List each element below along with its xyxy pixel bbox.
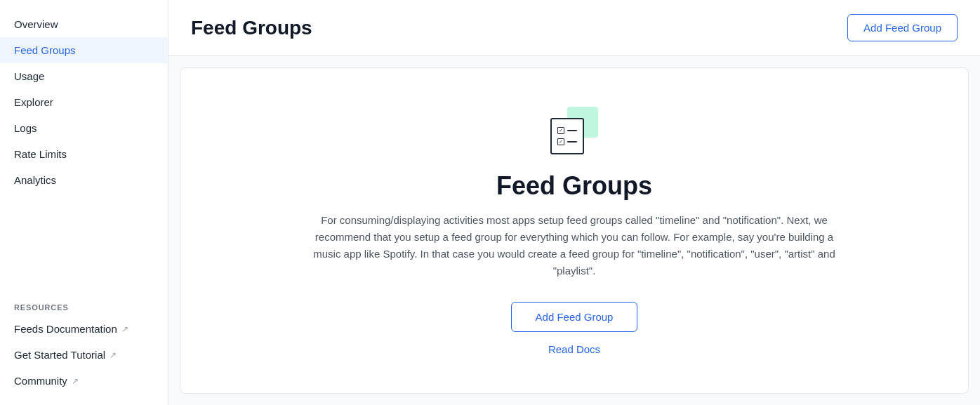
sidebar-item-community[interactable]: Community ↗	[0, 368, 168, 394]
sidebar-item-label: Logs	[14, 122, 37, 134]
sidebar-item-feed-groups[interactable]: Feed Groups	[0, 37, 168, 63]
add-feed-group-header-button[interactable]: Add Feed Group	[847, 14, 958, 41]
feed-groups-icon: ✓ ✓	[550, 107, 598, 154]
external-link-icon: ↗	[110, 350, 117, 360]
page-header: Feed Groups Add Feed Group	[168, 0, 980, 56]
add-feed-group-main-button[interactable]: Add Feed Group	[511, 302, 637, 332]
sidebar-item-label: Rate Limits	[14, 148, 67, 160]
page-title: Feed Groups	[191, 17, 312, 39]
sidebar-item-logs[interactable]: Logs	[0, 115, 168, 141]
sidebar-item-label: Feed Groups	[14, 44, 76, 56]
check-line-1	[567, 130, 577, 131]
sidebar-item-feeds-docs[interactable]: Feeds Documentation ↗	[0, 316, 168, 342]
sidebar-item-label: Community	[14, 375, 67, 387]
empty-state-description: For consuming/displaying activities most…	[300, 212, 848, 279]
sidebar-item-usage[interactable]: Usage	[0, 63, 168, 89]
main-content: Feed Groups Add Feed Group ✓	[168, 0, 980, 405]
check-row-2: ✓	[557, 138, 577, 145]
sidebar-item-get-started[interactable]: Get Started Tutorial ↗	[0, 342, 168, 368]
external-link-icon: ↗	[72, 376, 79, 386]
sidebar-item-label: Usage	[14, 70, 44, 82]
icon-checklist: ✓ ✓	[550, 118, 584, 154]
checkbox-1: ✓	[557, 127, 564, 134]
sidebar-item-label: Analytics	[14, 174, 56, 186]
checkbox-2: ✓	[557, 138, 564, 145]
sidebar-item-rate-limits[interactable]: Rate Limits	[0, 141, 168, 167]
resources-section-label: RESOURCES	[0, 292, 168, 316]
sidebar-item-label: Get Started Tutorial	[14, 349, 105, 361]
sidebar-item-label: Overview	[14, 18, 58, 30]
content-area: ✓ ✓ Feed Groups For consuming/displaying…	[180, 67, 969, 394]
sidebar-item-explorer[interactable]: Explorer	[0, 89, 168, 115]
sidebar-item-overview[interactable]: Overview	[0, 11, 168, 37]
check-line-2	[567, 141, 577, 142]
external-link-icon: ↗	[121, 324, 128, 334]
empty-state-actions: Add Feed Group Read Docs	[511, 302, 637, 355]
sidebar-item-label: Explorer	[14, 96, 53, 108]
sidebar-item-label: Feeds Documentation	[14, 323, 117, 335]
sidebar: Overview Feed Groups Usage Explorer Logs…	[0, 0, 168, 405]
read-docs-link[interactable]: Read Docs	[548, 343, 600, 355]
empty-state: ✓ ✓ Feed Groups For consuming/displaying…	[258, 79, 890, 383]
sidebar-item-analytics[interactable]: Analytics	[0, 167, 168, 193]
empty-state-title: Feed Groups	[496, 171, 652, 201]
check-row-1: ✓	[557, 127, 577, 134]
